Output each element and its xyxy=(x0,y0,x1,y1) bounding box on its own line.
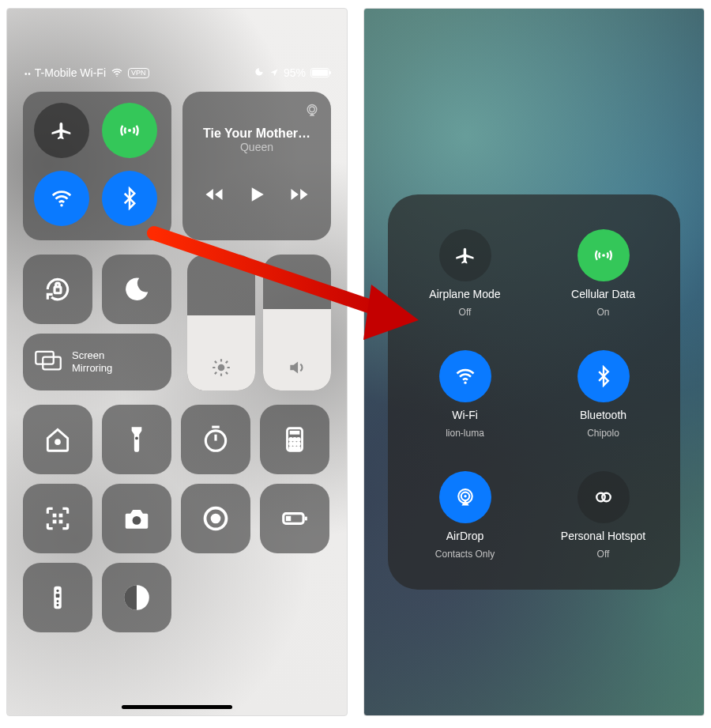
screen-record-button[interactable] xyxy=(181,484,250,553)
forward-button[interactable] xyxy=(288,183,310,209)
svg-point-28 xyxy=(290,447,292,450)
speaker-icon xyxy=(287,357,307,381)
svg-point-24 xyxy=(297,438,299,440)
svg-rect-39 xyxy=(305,517,307,521)
wifi-status-icon xyxy=(111,66,123,79)
carrier-label: T-Mobile Wi-Fi xyxy=(35,66,106,79)
hotspot-label: Personal Hotspot xyxy=(561,530,645,542)
svg-point-47 xyxy=(602,254,605,257)
svg-point-19 xyxy=(205,431,225,451)
svg-rect-40 xyxy=(286,516,291,521)
bluetooth-toggle-large[interactable] xyxy=(577,350,630,402)
camera-button[interactable] xyxy=(102,484,171,553)
bluetooth-item[interactable]: Bluetooth Chipolo xyxy=(534,338,672,452)
svg-point-8 xyxy=(218,364,225,372)
airplane-mode-toggle-large[interactable] xyxy=(439,229,491,281)
airdrop-label: AirDrop xyxy=(446,530,483,542)
wifi-toggle[interactable] xyxy=(34,171,89,226)
svg-point-45 xyxy=(57,604,59,606)
home-button[interactable] xyxy=(23,405,92,474)
svg-point-17 xyxy=(55,439,61,445)
sun-icon xyxy=(211,357,231,381)
airdrop-toggle-large[interactable] xyxy=(439,471,491,523)
svg-rect-31 xyxy=(53,514,57,518)
svg-point-37 xyxy=(211,514,221,524)
screenshot-control-center: T-Mobile Wi-Fi VPN 95% xyxy=(6,8,348,716)
cellular-label: Cellular Data xyxy=(571,288,635,300)
svg-point-22 xyxy=(290,438,292,440)
do-not-disturb-toggle[interactable] xyxy=(102,255,171,324)
qr-scan-button[interactable] xyxy=(23,484,92,553)
svg-point-35 xyxy=(133,516,141,525)
connectivity-expanded-panel: Airplane Mode Off Cellular Data On Wi-Fi… xyxy=(388,194,680,590)
screen-mirroring-icon xyxy=(34,349,62,375)
svg-line-15 xyxy=(215,372,216,374)
airplane-mode-status: Off xyxy=(459,307,472,318)
cellular-toggle[interactable] xyxy=(102,103,157,158)
cellular-item[interactable]: Cellular Data On xyxy=(534,217,672,331)
connectivity-group[interactable] xyxy=(23,92,171,240)
svg-point-44 xyxy=(57,600,59,602)
svg-line-13 xyxy=(215,361,216,363)
screen-mirroring-button[interactable]: Screen Mirroring xyxy=(23,334,171,390)
svg-point-18 xyxy=(135,437,138,440)
wifi-status: lion-luma xyxy=(446,428,484,439)
bluetooth-label: Bluetooth xyxy=(580,409,626,421)
cellular-status: On xyxy=(596,307,609,318)
status-right: 95% xyxy=(254,66,329,79)
wifi-item[interactable]: Wi-Fi lion-luma xyxy=(396,338,534,452)
volume-slider[interactable] xyxy=(263,255,331,390)
timer-button[interactable] xyxy=(181,405,250,474)
wifi-toggle-large[interactable] xyxy=(439,350,491,402)
low-power-button[interactable] xyxy=(260,484,329,553)
svg-line-14 xyxy=(226,372,228,374)
bluetooth-toggle[interactable] xyxy=(102,171,157,226)
svg-point-29 xyxy=(293,447,295,450)
svg-point-42 xyxy=(56,590,58,592)
calculator-button[interactable] xyxy=(260,405,329,474)
airplane-mode-label: Airplane Mode xyxy=(429,288,500,300)
media-controls[interactable]: Tie Your Mother… Queen xyxy=(182,92,331,240)
hotspot-item[interactable]: Personal Hotspot Off xyxy=(534,458,672,572)
svg-point-23 xyxy=(293,438,295,440)
svg-point-0 xyxy=(116,76,117,77)
airdrop-status: Contacts Only xyxy=(435,549,495,560)
svg-point-53 xyxy=(602,492,611,501)
svg-point-48 xyxy=(464,382,466,384)
accessibility-button[interactable] xyxy=(102,563,171,632)
svg-point-25 xyxy=(290,443,292,445)
rewind-button[interactable] xyxy=(203,183,225,209)
svg-point-26 xyxy=(293,443,295,445)
track-title: Tie Your Mother… xyxy=(194,126,320,141)
flashlight-button[interactable] xyxy=(102,405,171,474)
svg-point-3 xyxy=(307,105,317,115)
airdrop-item[interactable]: AirDrop Contacts Only xyxy=(396,458,534,572)
home-indicator[interactable] xyxy=(122,705,232,709)
tv-remote-button[interactable] xyxy=(23,563,92,632)
cellular-toggle-large[interactable] xyxy=(577,229,630,281)
svg-rect-21 xyxy=(290,431,300,435)
status-bar: T-Mobile Wi-Fi VPN 95% xyxy=(7,9,347,84)
svg-point-27 xyxy=(297,443,299,445)
control-center-body: Tie Your Mother… Queen Screen Mirroring xyxy=(23,92,331,707)
hotspot-toggle-large[interactable] xyxy=(577,471,630,523)
svg-rect-34 xyxy=(59,520,63,524)
vpn-badge: VPN xyxy=(128,68,149,78)
location-status-icon xyxy=(269,68,279,77)
battery-percent: 95% xyxy=(284,66,306,79)
brightness-slider[interactable] xyxy=(187,255,255,390)
focus-status-icon xyxy=(254,67,265,78)
svg-rect-5 xyxy=(55,287,61,293)
bluetooth-status: Chipolo xyxy=(587,428,619,439)
screen-mirroring-label: Screen Mirroring xyxy=(72,349,112,375)
play-button[interactable] xyxy=(245,183,269,209)
orientation-lock-toggle[interactable] xyxy=(23,255,92,324)
svg-line-16 xyxy=(226,361,228,363)
airplane-toggle[interactable] xyxy=(34,103,89,158)
airplane-mode-item[interactable]: Airplane Mode Off xyxy=(396,217,534,331)
svg-point-4 xyxy=(310,107,315,112)
svg-point-30 xyxy=(297,447,299,450)
hotspot-status: Off xyxy=(597,549,610,560)
svg-rect-32 xyxy=(59,514,63,518)
airplay-icon[interactable] xyxy=(304,103,320,122)
